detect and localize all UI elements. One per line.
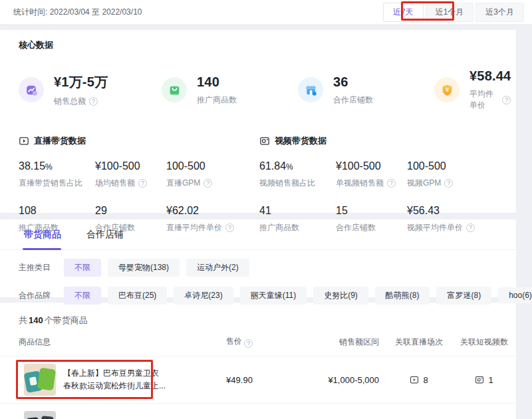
svg-text:¥: ¥: [446, 86, 449, 93]
stat-time: 统计时间: 2022/03/04 至 2022/03/10: [13, 7, 142, 18]
stat-time-label: 统计时间:: [13, 7, 47, 17]
chip-unlimited[interactable]: 不限: [64, 259, 101, 277]
live-metric: ¥100-500 场均销售额: [95, 160, 166, 189]
tab-shops[interactable]: 合作店铺: [86, 229, 124, 249]
topbar: 统计时间: 2022/03/04 至 2022/03/10 近7天 近1个月 近…: [0, 0, 532, 24]
help-icon[interactable]: [387, 179, 396, 188]
filter-label: 合作品牌: [19, 290, 64, 301]
core-data-card: 核心数据 ¥1万-5万 销售总额 140 推广商品数: [0, 30, 516, 213]
help-icon[interactable]: [244, 339, 253, 348]
video-metric: ¥100-500 单视频销售额: [336, 160, 407, 189]
help-icon[interactable]: [444, 179, 453, 188]
chip-brand[interactable]: 卓诗尼(23): [174, 287, 233, 305]
video-camera-icon: [259, 136, 270, 146]
core-metrics: ¥1万-5万 销售总额 140 推广商品数 36 合作店铺数 ¥: [19, 69, 500, 111]
chip-category[interactable]: 运动户外(2): [186, 259, 249, 277]
chip-category[interactable]: 母婴宠物(138): [108, 259, 180, 277]
metric-label: 平均件单价: [469, 88, 499, 111]
live-metric: ¥62.02 直播平均件单价: [166, 205, 259, 233]
product-bag-icon: [162, 77, 187, 102]
metric-value: ¥1万-5万: [54, 73, 108, 91]
col-sales-range: 销售额区间: [279, 337, 386, 348]
video-metric: 41 推广商品数: [259, 205, 336, 233]
shop-store-icon: [298, 77, 323, 102]
col-live-sessions: 关联直播场次: [386, 337, 452, 348]
product-count: 140: [29, 315, 43, 325]
product-sales-range: ¥1,000-5,000: [279, 375, 386, 385]
product-image: [24, 364, 56, 396]
product-title: 【春上新】巴布豆男童卫衣 春秋款运动宽松炸街儿童上...: [63, 367, 166, 392]
help-icon[interactable]: [203, 179, 212, 188]
metric-label: 销售总额: [54, 96, 86, 107]
col-video-count: 关联短视频数: [452, 337, 516, 348]
video-metric: ¥56.43 视频平均件单价: [407, 205, 500, 233]
product-table-card: 共140个带货商品 商品信息 售价 销售额区间 关联直播场次 关联短视频数 【春…: [0, 303, 516, 419]
metric-label: 合作店铺数: [333, 94, 373, 106]
metric-value: 140: [197, 74, 237, 90]
table-header: 商品信息 售价 销售额区间 关联直播场次 关联短视频数: [0, 336, 516, 356]
help-icon[interactable]: [502, 96, 511, 104]
product-image: [24, 411, 56, 419]
live-play-icon: [19, 136, 29, 146]
range-button-3m[interactable]: 近3个月: [475, 3, 524, 22]
price-shield-icon: ¥: [434, 77, 460, 102]
chip-brand[interactable]: hoo(6): [498, 287, 532, 303]
range-button-7d[interactable]: 近7天: [383, 3, 424, 22]
col-product-info: 商品信息: [19, 337, 200, 348]
metric-partner-shops: 36 合作店铺数: [298, 69, 434, 111]
metric-value: 36: [333, 74, 373, 90]
core-data-title: 核心数据: [19, 39, 500, 51]
range-button-1m[interactable]: 近1个月: [426, 3, 474, 22]
video-metric: 100-500 视频GPM: [407, 160, 500, 189]
help-icon[interactable]: [466, 223, 475, 232]
tab-products[interactable]: 带货商品: [24, 229, 61, 249]
live-section-title: 直播带货数据: [34, 135, 86, 147]
chip-brand[interactable]: 酷萌熊(8): [375, 287, 430, 305]
video-commerce-section: 视频带货数据 61.84% 视频销售额占比 ¥100-500 单视频销售额 10…: [259, 135, 500, 233]
help-icon[interactable]: [225, 223, 234, 232]
filter-label: 主推类目: [19, 262, 64, 273]
live-session-count: 8: [386, 375, 452, 385]
live-session-icon: [410, 375, 419, 384]
filter-row-category: 主推类目 不限 母婴宠物(138) 运动户外(2): [0, 250, 516, 277]
sales-trend-icon: [19, 77, 44, 102]
product-price: ¥49.90: [200, 375, 279, 385]
live-metric: 100-500 直播GPM: [166, 160, 259, 189]
chip-brand[interactable]: 富罗迷(8): [436, 287, 491, 305]
chip-brand[interactable]: 丽天童缘(11): [240, 287, 307, 305]
col-price: 售价: [200, 336, 279, 348]
video-section-title: 视频带货数据: [275, 135, 327, 147]
short-video-icon: [475, 375, 484, 384]
video-metric: 15 合作店铺数: [336, 205, 407, 233]
video-metric: 61.84% 视频销售额占比: [259, 160, 336, 189]
metric-avg-unit-price: ¥ ¥58.44 平均件单价: [434, 69, 511, 111]
help-icon[interactable]: [89, 97, 98, 106]
metric-promoted-products: 140 推广商品数: [162, 69, 298, 111]
chip-brand[interactable]: 巴布豆(25): [108, 287, 167, 305]
help-icon[interactable]: [138, 179, 147, 188]
metric-label: 推广商品数: [197, 94, 237, 106]
filter-row-brand: 合作品牌 不限 巴布豆(25) 卓诗尼(23) 丽天童缘(11) 史努比(9) …: [0, 277, 516, 307]
chip-unlimited[interactable]: 不限: [64, 287, 101, 305]
chip-brand[interactable]: 史努比(9): [313, 287, 368, 305]
stat-time-value: 2022/03/04 至 2022/03/10: [50, 7, 142, 17]
live-commerce-section: 直播带货数据 38.15% 直播带货销售占比 ¥100-500 场均销售额 10…: [19, 135, 259, 233]
live-metric: 38.15% 直播带货销售占比: [19, 160, 95, 189]
metric-value: ¥58.44: [469, 69, 511, 84]
metric-total-sales: ¥1万-5万 销售总额: [19, 69, 162, 111]
short-video-count: 1: [452, 375, 516, 385]
table-row[interactable]: 男童装春秋装套装2022新款: [0, 404, 516, 419]
table-row[interactable]: 【春上新】巴布豆男童卫衣 春秋款运动宽松炸街儿童上... ¥49.90 ¥1,0…: [0, 356, 516, 404]
date-range-group: 近7天 近1个月 近3个月: [383, 3, 524, 22]
